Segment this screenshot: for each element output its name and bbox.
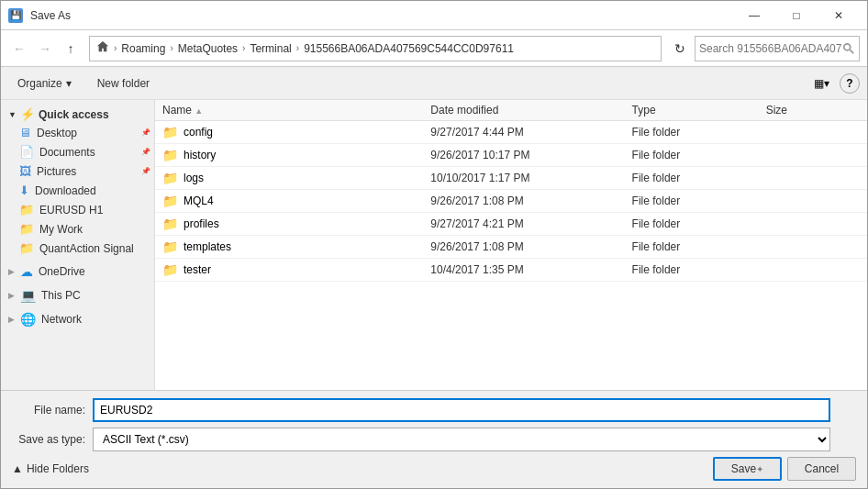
sidebar-mywork-label: My Work bbox=[39, 223, 83, 236]
main-content: ▼ ⚡ Quick access 🖥 Desktop 📌 📄 Documents… bbox=[1, 100, 867, 390]
new-folder-button[interactable]: New folder bbox=[88, 71, 159, 96]
file-type: File folder bbox=[632, 126, 766, 139]
sidebar-downloaded-label: Downloaded bbox=[35, 184, 96, 197]
file-date: 10/4/2017 1:35 PM bbox=[430, 263, 631, 276]
file-name: MQL4 bbox=[184, 194, 214, 207]
file-name-cell: 📁 tester bbox=[162, 262, 430, 277]
sidebar-item-mywork[interactable]: 📁 My Work bbox=[1, 219, 154, 239]
organize-arrow: ▾ bbox=[66, 77, 72, 90]
view-toggle-button[interactable]: ▦▾ bbox=[810, 72, 832, 94]
file-name: tester bbox=[184, 263, 211, 276]
sidebar-item-network[interactable]: ▶ 🌐 Network bbox=[1, 309, 154, 329]
cancel-button[interactable]: Cancel bbox=[787, 457, 856, 481]
address-bar[interactable]: › Roaming › MetaQuotes › Terminal › 9155… bbox=[89, 36, 662, 61]
table-row[interactable]: 📁 logs 10/10/2017 1:17 PM File folder bbox=[155, 167, 867, 190]
window-icon: 💾 bbox=[8, 8, 23, 23]
sidebar: ▼ ⚡ Quick access 🖥 Desktop 📌 📄 Documents… bbox=[1, 100, 155, 390]
col-size-header[interactable]: Size bbox=[766, 104, 860, 117]
file-name-cell: 📁 logs bbox=[162, 171, 430, 185]
minimize-button[interactable]: — bbox=[733, 1, 775, 30]
table-row[interactable]: 📁 history 9/26/2017 10:17 PM File folder bbox=[155, 144, 867, 167]
col-date-header[interactable]: Date modified bbox=[430, 104, 631, 117]
table-row[interactable]: 📁 config 9/27/2017 4:44 PM File folder bbox=[155, 121, 867, 144]
organize-button[interactable]: Organize ▾ bbox=[8, 71, 81, 96]
table-row[interactable]: 📁 profiles 9/27/2017 4:21 PM File folder bbox=[155, 213, 867, 236]
sidebar-desktop-label: Desktop bbox=[37, 127, 77, 139]
file-date: 9/26/2017 10:17 PM bbox=[430, 149, 631, 161]
hide-folders-toggle[interactable]: ▲ Hide Folders bbox=[12, 462, 89, 475]
search-bar[interactable] bbox=[695, 36, 860, 61]
file-date: 10/10/2017 1:17 PM bbox=[430, 172, 631, 184]
title-controls: — □ ✕ bbox=[733, 1, 860, 30]
eurusd-icon: 📁 bbox=[19, 203, 34, 217]
file-type: File folder bbox=[632, 217, 766, 230]
refresh-button[interactable]: ↻ bbox=[669, 38, 691, 60]
sidebar-eurusd-label: EURUSD H1 bbox=[39, 204, 103, 217]
breadcrumb-arrow-0: › bbox=[114, 43, 117, 53]
breadcrumb-guid[interactable]: 915566BA06ADA407569C544CC0D97611 bbox=[301, 41, 517, 56]
onedrive-icon: ☁ bbox=[20, 264, 33, 279]
file-date: 9/26/2017 1:08 PM bbox=[430, 240, 631, 253]
sidebar-item-thispc[interactable]: ▶ 💻 This PC bbox=[1, 285, 154, 306]
breadcrumb-home[interactable] bbox=[94, 39, 112, 57]
svg-line-1 bbox=[850, 50, 853, 53]
new-folder-label: New folder bbox=[97, 77, 150, 90]
filetype-label: Save as type: bbox=[12, 433, 85, 446]
thispc-arrow: ▶ bbox=[8, 291, 15, 300]
sidebar-item-eurusd[interactable]: 📁 EURUSD H1 bbox=[1, 200, 154, 219]
table-row[interactable]: 📁 templates 9/26/2017 1:08 PM File folde… bbox=[155, 236, 867, 259]
file-name: templates bbox=[184, 240, 231, 253]
save-button[interactable]: Save ✦ bbox=[713, 457, 782, 481]
sidebar-item-quantaction[interactable]: 📁 QuantAction Signal bbox=[1, 239, 154, 258]
up-button[interactable]: ↑ bbox=[60, 38, 82, 60]
breadcrumb-roaming[interactable]: Roaming bbox=[118, 41, 168, 56]
col-type-header[interactable]: Type bbox=[632, 104, 766, 117]
svg-point-0 bbox=[844, 43, 851, 50]
file-list-header: Name ▲ Date modified Type Size bbox=[155, 100, 867, 121]
breadcrumb-metaquotes[interactable]: MetaQuotes bbox=[175, 41, 240, 56]
col-name-header[interactable]: Name ▲ bbox=[162, 104, 430, 117]
mywork-icon: 📁 bbox=[19, 222, 34, 236]
onedrive-arrow: ▶ bbox=[8, 267, 15, 276]
maximize-button[interactable]: □ bbox=[775, 1, 818, 30]
window-title: Save As bbox=[30, 9, 71, 22]
sidebar-item-onedrive[interactable]: ▶ ☁ OneDrive bbox=[1, 261, 154, 282]
breadcrumb-arrow-1: › bbox=[170, 43, 172, 53]
breadcrumb-terminal[interactable]: Terminal bbox=[247, 41, 294, 56]
filename-input[interactable] bbox=[93, 398, 830, 422]
downloaded-icon: ⬇ bbox=[19, 183, 29, 197]
close-button[interactable]: ✕ bbox=[818, 1, 860, 30]
button-row: ▲ Hide Folders Save ✦ Cancel bbox=[12, 457, 856, 481]
forward-button[interactable]: → bbox=[34, 38, 56, 60]
sidebar-quantaction-label: QuantAction Signal bbox=[39, 242, 134, 255]
hide-folders-label: Hide Folders bbox=[27, 462, 89, 475]
quick-access-header[interactable]: ▼ ⚡ Quick access bbox=[1, 104, 154, 123]
sidebar-item-desktop[interactable]: 🖥 Desktop 📌 bbox=[1, 123, 154, 142]
sidebar-documents-label: Documents bbox=[39, 146, 95, 159]
table-row[interactable]: 📁 MQL4 9/26/2017 1:08 PM File folder bbox=[155, 190, 867, 213]
filetype-select[interactable]: ASCII Text (*.csv) bbox=[93, 428, 830, 451]
onedrive-section: ▶ ☁ OneDrive bbox=[1, 261, 154, 282]
back-button[interactable]: ← bbox=[8, 38, 30, 60]
filetype-row: Save as type: ASCII Text (*.csv) bbox=[12, 428, 856, 451]
organize-label: Organize bbox=[17, 77, 62, 90]
file-name: config bbox=[184, 126, 213, 139]
quantaction-icon: 📁 bbox=[19, 241, 34, 255]
network-icon: 🌐 bbox=[20, 312, 36, 327]
search-input[interactable] bbox=[699, 42, 842, 55]
sidebar-item-documents[interactable]: 📄 Documents 📌 bbox=[1, 142, 154, 161]
breadcrumb-arrow-3: › bbox=[296, 43, 299, 53]
sidebar-network-label: Network bbox=[41, 313, 82, 326]
folder-icon: 📁 bbox=[162, 262, 178, 277]
sidebar-item-pictures[interactable]: 🖼 Pictures 📌 bbox=[1, 161, 154, 181]
sidebar-item-downloaded[interactable]: ⬇ Downloaded bbox=[1, 181, 154, 200]
nav-bar: ← → ↑ › Roaming › MetaQuotes › Terminal … bbox=[1, 30, 867, 67]
help-button[interactable]: ? bbox=[840, 73, 860, 94]
sidebar-pictures-label: Pictures bbox=[37, 165, 76, 178]
toolbar: Organize ▾ New folder ▦▾ ? bbox=[1, 67, 867, 100]
file-date: 9/26/2017 1:08 PM bbox=[430, 194, 631, 207]
file-type: File folder bbox=[632, 194, 766, 207]
folder-icon: 📁 bbox=[162, 239, 178, 254]
folder-icon: 📁 bbox=[162, 217, 178, 231]
table-row[interactable]: 📁 tester 10/4/2017 1:35 PM File folder bbox=[155, 259, 867, 282]
